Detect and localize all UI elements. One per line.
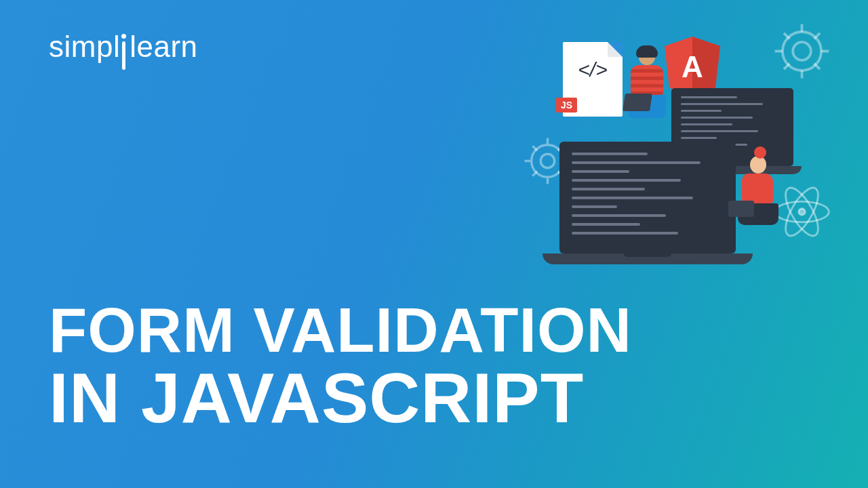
shield-letter: A xyxy=(682,50,703,83)
headline-line-2: In JavaScript xyxy=(49,361,632,435)
svg-point-7 xyxy=(799,209,806,216)
headline-line-1: Form Validation xyxy=(49,299,632,361)
gear-icon xyxy=(770,19,834,83)
mini-laptop-icon xyxy=(728,201,754,217)
code-file-icon: </> JS xyxy=(563,42,623,117)
mini-laptop-icon xyxy=(623,94,652,111)
brand-dot-i xyxy=(120,30,130,64)
brand-name-part1: simpl xyxy=(49,30,120,63)
code-bracket-icon: </> xyxy=(578,58,607,81)
js-badge: JS xyxy=(556,98,577,113)
svg-point-0 xyxy=(793,42,811,60)
brand-name-part2: learn xyxy=(130,30,197,63)
laptop-large xyxy=(542,142,753,264)
brand-logo: simpllearn xyxy=(49,30,198,64)
hero-illustration: </> JS A xyxy=(481,14,841,271)
person-sitting-bottom xyxy=(728,152,787,260)
headline: Form Validation In JavaScript xyxy=(49,299,632,435)
